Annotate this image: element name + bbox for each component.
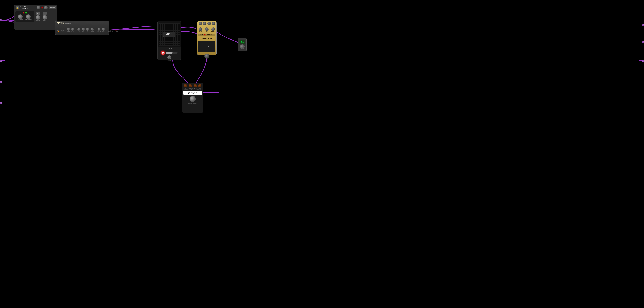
- titan-treble-label: TREBLE: [90, 31, 94, 32]
- reset-button[interactable]: RESET: [49, 6, 56, 9]
- titan-bass-knob[interactable]: [78, 28, 80, 31]
- echo-tap-area[interactable]: TAP: [198, 41, 216, 52]
- echo-power-led: [204, 34, 206, 35]
- echo-io-bar: INPUT OUTPUT →: [198, 33, 216, 36]
- titan-input-knob[interactable]: [71, 28, 74, 31]
- gx-mode-knob[interactable]: [194, 84, 197, 87]
- ir-mod-text: MOD: [163, 32, 175, 37]
- titan-channel-label: CHANNEL: [108, 31, 113, 32]
- echo-etime-label: E.TIME: [199, 26, 202, 26]
- titan-lead-vol-label: LEAD: [102, 31, 105, 32]
- titan-clean-label: CLEAN: [57, 30, 60, 31]
- gx-feedback-label: FEEDBACK: [188, 88, 192, 89]
- tuner-knob[interactable]: [240, 44, 244, 49]
- lock-icon: 🔒: [16, 6, 19, 9]
- titan-clean-mid-knob[interactable]: [82, 28, 85, 31]
- ir-gain-knob[interactable]: [168, 55, 171, 59]
- power-icon: ⏻: [162, 52, 164, 54]
- titan-clean-mid-label: CLEAN: [82, 31, 85, 32]
- gx-highpass-label: HIGHPASS: [197, 89, 201, 90]
- gx-feedback-knob[interactable]: [189, 84, 192, 87]
- redo-icon[interactable]: ↪: [43, 12, 46, 15]
- titan-amp-device: TITAN bass amp CLEAN LEAD GAIN INPUT BAS: [55, 21, 109, 35]
- titan-amp-subtitle: bass amp: [65, 22, 71, 24]
- gx-mix-knob[interactable]: [198, 84, 201, 87]
- titan-power-label: POWER: [114, 31, 118, 32]
- titan-clean-vol-label: CLEAN: [97, 31, 100, 32]
- gx-subdiv-label: SUBDIV: [184, 89, 188, 90]
- undo-knob[interactable]: [36, 15, 40, 20]
- echo-label6: F.B: [206, 31, 208, 32]
- echo-knob6[interactable]: [205, 27, 208, 31]
- record-led: [23, 12, 24, 13]
- play-pause-label: PLAY/PAUSE: [25, 19, 32, 20]
- titan-lead-label: LEAD: [61, 30, 64, 31]
- echo-rlevel-knob[interactable]: [207, 22, 211, 25]
- echo-level-label: LEVEL: [203, 26, 206, 26]
- right-port-1[interactable]: [642, 24, 644, 26]
- gx-delay-label: Digital Delay: [188, 103, 197, 104]
- titan-mid-knob[interactable]: [86, 28, 89, 31]
- titan-bass-label: BASS: [78, 31, 80, 32]
- left-port-4[interactable]: [0, 102, 2, 104]
- gx-time-knob[interactable]: [184, 84, 187, 87]
- sooper-looper-device: 🔒 SOOPER LOOPER RESET RECORD PLAY/PAUSE: [14, 4, 57, 30]
- titan-power-led: [116, 30, 116, 31]
- tuner-device: -11: [238, 38, 247, 51]
- ir-speaker-grille: MOD: [158, 21, 181, 47]
- gx-lowpass-label: LOWPASS: [190, 89, 194, 90]
- titan-clean-led: [58, 31, 59, 32]
- sooper-looper-top-knob[interactable]: [37, 6, 40, 9]
- gx-main-knob[interactable]: [190, 96, 196, 102]
- titan-amp-title: TITAN: [57, 22, 64, 24]
- titan-clean-vol-knob[interactable]: [98, 28, 100, 31]
- echo-knob7[interactable]: [212, 27, 215, 31]
- titan-gain-label: GAIN: [67, 31, 70, 32]
- titan-lead-vol-knob[interactable]: [102, 28, 105, 31]
- ir-gain-slider[interactable]: [166, 52, 178, 54]
- right-port-3[interactable]: [642, 60, 644, 62]
- redo-label: REDO: [43, 20, 46, 21]
- echo-fback-label: F.BACK: [212, 26, 215, 26]
- echo-fback-knob[interactable]: [212, 22, 215, 25]
- echo-bottom-knob[interactable]: [204, 54, 209, 58]
- echo-label7: R.BACK: [212, 31, 215, 32]
- play-pause-knob[interactable]: [26, 14, 30, 19]
- tuner-display: -11: [239, 40, 245, 44]
- left-port-1[interactable]: [0, 19, 2, 21]
- undo-label: UNDO: [36, 20, 40, 21]
- record-knob[interactable]: [18, 14, 22, 19]
- left-port-3[interactable]: [0, 81, 2, 83]
- echo-output-label: OUTPUT: [207, 34, 212, 35]
- right-port-2[interactable]: [642, 41, 644, 43]
- echo-level-knob[interactable]: [203, 22, 206, 25]
- sooper-looper-title: SOOPER LOOPER: [20, 6, 36, 9]
- titan-treble-knob[interactable]: [91, 28, 94, 31]
- echo-rlevel-label: R.LEVEL: [207, 26, 211, 26]
- gx-time-label: TIME: [184, 88, 186, 89]
- echo-title: Stereo Echo: [201, 38, 212, 39]
- titan-mid-label: MID: [87, 31, 88, 32]
- undo-icon[interactable]: ↩: [36, 12, 40, 15]
- echo-label5: LEVEL: [199, 31, 202, 32]
- guitarix-brand: GUITARIX: [188, 92, 198, 94]
- ir-power-button[interactable]: ⏻: [161, 51, 165, 55]
- echo-etime-knob[interactable]: [198, 22, 202, 25]
- echo-knob5[interactable]: [198, 27, 202, 31]
- play-led: [26, 12, 27, 13]
- guitarix-delay-device: TIME FEEDBACK MODE MIX SUBDIV LOWPASS HI…: [182, 83, 203, 113]
- gx-mode-label: MODE: [194, 88, 197, 89]
- titan-ch-led1: [110, 30, 111, 31]
- ir-gain-label: GAIN: [168, 60, 171, 61]
- redo-knob[interactable]: [42, 15, 47, 20]
- titan-gain-knob[interactable]: [67, 28, 70, 31]
- left-port-2[interactable]: [0, 60, 2, 62]
- titan-input-label: INPUT: [71, 31, 74, 32]
- titan-lead-led: [62, 31, 63, 32]
- gx-mix-label: MIX: [199, 88, 200, 89]
- sooper-looper-top-knob2[interactable]: [44, 6, 48, 9]
- echo-input-label: INPUT: [200, 34, 203, 35]
- mod-ir-loader-device: MOD IR LOADER ⏻ GAIN: [158, 21, 181, 60]
- stereo-echo-device: E.TIME LEVEL R.LEVEL F.BACK LEVEL F.B R.…: [197, 21, 216, 55]
- echo-tap-label: TAP: [204, 45, 210, 48]
